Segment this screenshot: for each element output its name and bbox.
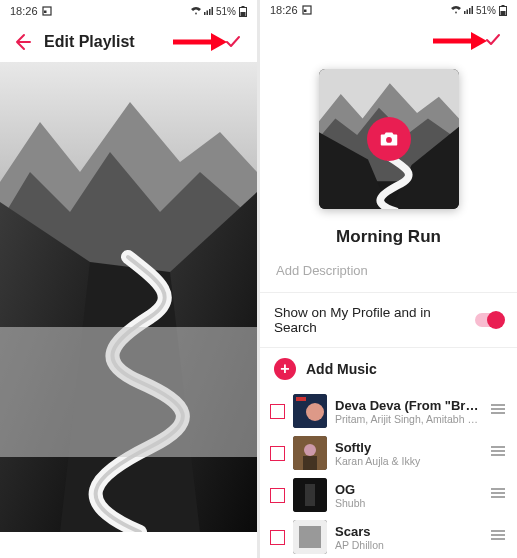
svg-rect-5	[211, 7, 213, 15]
track-art	[293, 478, 327, 512]
svg-point-28	[306, 403, 324, 421]
drag-handle[interactable]	[489, 444, 507, 462]
drag-handle[interactable]	[489, 402, 507, 420]
svg-point-34	[304, 444, 316, 456]
status-battery: 51%	[476, 5, 496, 16]
drag-handle-icon	[489, 528, 507, 542]
svg-rect-15	[464, 11, 466, 14]
svg-rect-17	[469, 8, 471, 14]
track-title: Deva Deva (From "Brah…	[335, 398, 481, 413]
svg-rect-1	[44, 11, 47, 14]
track-subtitle: Karan Aujla & Ikky	[335, 455, 481, 467]
toggle-label: Show on My Profile and in Search	[274, 305, 475, 335]
track-checkbox[interactable]	[270, 488, 285, 503]
svg-rect-18	[471, 6, 473, 14]
header	[260, 21, 517, 59]
track-row: Softly Karan Aujla & Ikky	[260, 432, 517, 474]
svg-rect-16	[466, 10, 468, 15]
track-row: Scars AP Dhillon	[260, 516, 517, 558]
track-art	[293, 436, 327, 470]
svg-point-26	[386, 137, 392, 143]
svg-rect-14	[304, 10, 307, 13]
svg-rect-40	[305, 484, 315, 506]
track-checkbox[interactable]	[270, 446, 285, 461]
track-checkbox[interactable]	[270, 530, 285, 545]
checkmark-icon	[483, 30, 503, 50]
svg-rect-21	[501, 11, 506, 15]
status-bar: 18:26 51%	[0, 0, 257, 22]
track-subtitle: Pritam, Arijit Singh, Amitabh Bha…	[335, 413, 481, 425]
svg-rect-45	[299, 526, 321, 548]
track-title: Scars	[335, 524, 481, 539]
track-art	[293, 520, 327, 554]
confirm-button[interactable]	[223, 32, 243, 52]
annotation-arrow-icon	[171, 32, 227, 52]
track-subtitle: Shubh	[335, 497, 481, 509]
crop-overlay-bottom	[0, 327, 257, 457]
plus-icon: +	[274, 358, 296, 380]
svg-rect-4	[209, 9, 211, 15]
cover-crop-area[interactable]	[0, 62, 257, 558]
phone-left: 18:26 51% Edit Playlist	[0, 0, 257, 558]
description-input[interactable]: Add Description	[260, 247, 517, 292]
playlist-cover-button[interactable]	[319, 69, 459, 209]
status-time: 18:26	[270, 4, 298, 16]
add-music-button[interactable]: + Add Music	[260, 348, 517, 390]
drag-handle[interactable]	[489, 528, 507, 546]
track-row: Deva Deva (From "Brah… Pritam, Arijit Si…	[260, 390, 517, 432]
header: Edit Playlist	[0, 22, 257, 62]
battery-icon	[239, 6, 247, 17]
back-button[interactable]	[12, 32, 32, 52]
svg-rect-8	[241, 12, 246, 16]
profile-visibility-toggle[interactable]	[475, 313, 503, 327]
drag-handle-icon	[489, 444, 507, 458]
status-battery: 51%	[216, 6, 236, 17]
status-bar: 18:26 51%	[260, 0, 517, 21]
status-icon	[42, 6, 52, 16]
back-arrow-icon	[12, 32, 32, 52]
status-icon	[302, 5, 312, 15]
confirm-button[interactable]	[483, 30, 503, 50]
add-music-label: Add Music	[306, 361, 377, 377]
change-cover-button[interactable]	[367, 117, 411, 161]
signal-icon	[204, 7, 213, 15]
track-row: OG Shubh	[260, 474, 517, 516]
phone-right: 18:26 51%	[260, 0, 517, 558]
drag-handle-icon	[489, 486, 507, 500]
track-title: OG	[335, 482, 481, 497]
profile-visibility-row: Show on My Profile and in Search	[260, 293, 517, 347]
svg-rect-29	[296, 397, 306, 401]
track-subtitle: AP Dhillon	[335, 539, 481, 551]
svg-rect-2	[204, 12, 206, 15]
svg-rect-35	[303, 456, 317, 470]
playlist-cover-image	[0, 62, 257, 532]
battery-icon	[499, 5, 507, 16]
track-art	[293, 394, 327, 428]
track-title: Softly	[335, 440, 481, 455]
drag-handle-icon	[489, 402, 507, 416]
camera-icon	[378, 128, 400, 150]
checkmark-icon	[223, 32, 243, 52]
drag-handle[interactable]	[489, 486, 507, 504]
wifi-icon	[451, 6, 461, 14]
status-time: 18:26	[10, 5, 38, 17]
svg-rect-3	[206, 11, 208, 16]
playlist-title-input[interactable]: Morning Run	[260, 227, 517, 247]
wifi-icon	[191, 7, 201, 15]
signal-icon	[464, 6, 473, 14]
annotation-arrow-icon	[431, 31, 487, 51]
track-checkbox[interactable]	[270, 404, 285, 419]
page-title: Edit Playlist	[44, 33, 135, 51]
